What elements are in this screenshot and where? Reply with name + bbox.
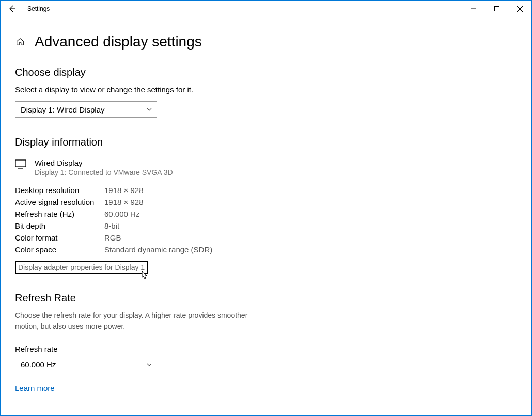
display-name: Wired Display — [35, 158, 173, 167]
choose-display-desc: Select a display to view or change the s… — [15, 85, 273, 95]
learn-more-link[interactable]: Learn more — [15, 383, 55, 392]
display-info-table: Desktop resolution1918 × 928 Active sign… — [15, 186, 517, 254]
chevron-down-icon — [146, 106, 152, 113]
svg-rect-1 — [494, 7, 499, 11]
table-row: Color formatRGB — [15, 233, 517, 242]
display-info-header: Display information — [15, 136, 517, 148]
minimize-button[interactable] — [462, 1, 485, 17]
table-row: Bit depth8-bit — [15, 221, 517, 230]
table-row: Active signal resolution1918 × 928 — [15, 198, 517, 206]
window-title: Settings — [27, 5, 50, 12]
back-button[interactable] — [7, 4, 17, 14]
arrow-left-icon — [8, 5, 16, 13]
title-bar: Settings — [1, 1, 531, 17]
maximize-icon — [494, 6, 499, 11]
choose-display-header: Choose display — [15, 67, 517, 78]
home-icon[interactable] — [15, 37, 25, 47]
chevron-down-icon — [146, 362, 152, 368]
monitor-icon — [15, 159, 26, 171]
page-title: Advanced display settings — [35, 34, 202, 50]
cursor-icon — [139, 270, 149, 282]
refresh-rate-desc: Choose the refresh rate for your display… — [15, 310, 273, 331]
maximize-button[interactable] — [485, 1, 508, 17]
close-icon — [517, 6, 523, 12]
table-row: Refresh rate (Hz)60.000 Hz — [15, 210, 517, 218]
display-select[interactable]: Display 1: Wired Display — [15, 101, 157, 118]
svg-rect-4 — [15, 160, 26, 167]
refresh-rate-value: 60.000 Hz — [21, 360, 56, 369]
minimize-icon — [471, 6, 476, 11]
close-button[interactable] — [508, 1, 531, 17]
refresh-rate-header: Refresh Rate — [15, 292, 517, 304]
refresh-rate-select[interactable]: 60.000 Hz — [15, 357, 157, 373]
display-subtitle: Display 1: Connected to VMware SVGA 3D — [35, 168, 173, 177]
table-row: Desktop resolution1918 × 928 — [15, 186, 517, 195]
table-row: Color spaceStandard dynamic range (SDR) — [15, 245, 517, 254]
display-select-value: Display 1: Wired Display — [21, 105, 105, 114]
display-adapter-link[interactable]: Display adapter properties for Display 1 — [15, 261, 148, 274]
refresh-rate-label: Refresh rate — [15, 345, 517, 354]
